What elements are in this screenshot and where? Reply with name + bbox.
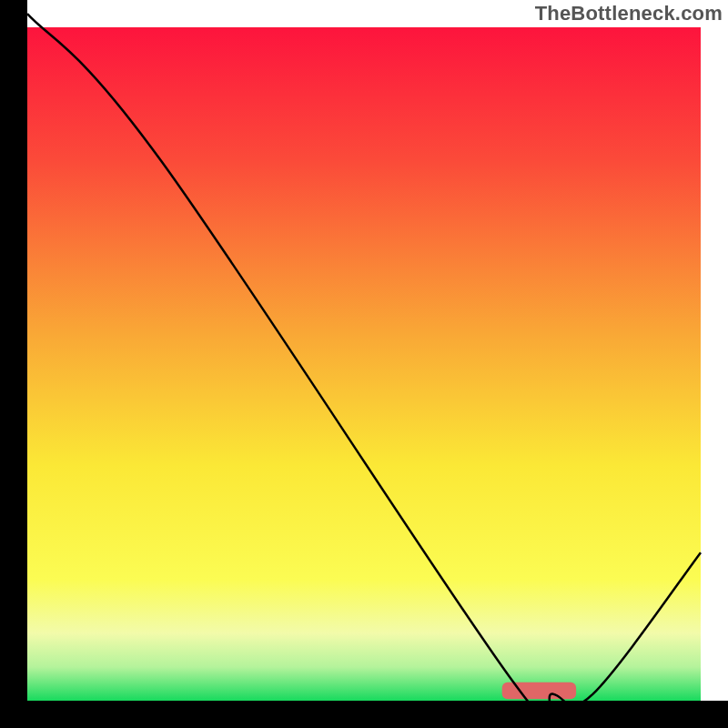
- chart-container: TheBottleneck.com: [0, 0, 728, 728]
- axis-left: [0, 0, 27, 728]
- watermark-text: TheBottleneck.com: [535, 2, 723, 25]
- plot-background: [27, 27, 701, 701]
- axis-bottom: [0, 701, 728, 728]
- bottleneck-chart: [0, 0, 728, 728]
- indicator-pill: [502, 682, 576, 700]
